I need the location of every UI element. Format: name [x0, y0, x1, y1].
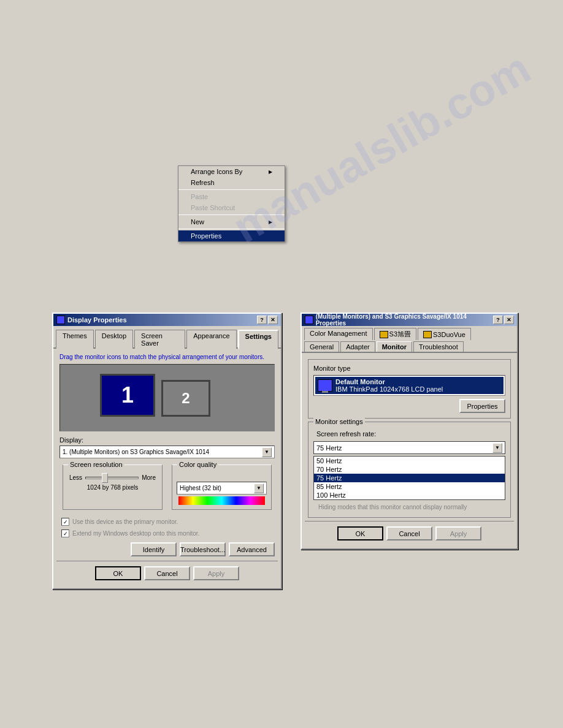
monitor-apply-button[interactable]: Apply	[435, 526, 481, 540]
display-props-tabs: Themes Desktop Screen Saver Appearance S…	[53, 326, 281, 349]
submenu-arrow-new-icon: ▶	[269, 219, 272, 225]
monitor-tabs-bottom-row: General Adapter Monitor Troubleshoot	[302, 340, 517, 352]
primary-monitor-label: Use this device as the primary monitor.	[72, 518, 178, 525]
monitor-titlebar-buttons: ? ✕	[493, 316, 514, 324]
hz-item-75[interactable]: 75 Hertz	[314, 474, 505, 482]
primary-monitor-checkbox[interactable]: ✓	[61, 518, 69, 526]
color-quality-dropdown[interactable]: Highest (32 bit) ▼	[177, 482, 267, 495]
monitor-props-content: Monitor type Default Monitor IBM ThinkPa…	[302, 353, 517, 548]
display-props-titlebar: Display Properties ? ✕	[53, 314, 281, 326]
display-dropdown[interactable]: 1. (Multiple Monitors) on S3 Graphics Sa…	[59, 446, 275, 458]
s3-icon	[380, 331, 388, 338]
tab-adapter[interactable]: Adapter	[340, 341, 375, 352]
hz-item-50[interactable]: 50 Hertz	[314, 457, 505, 465]
color-bar	[178, 496, 265, 505]
context-menu-properties[interactable]: Properties	[178, 230, 285, 241]
monitor-list: Default Monitor IBM ThinkPad 1024x768 LC…	[313, 375, 505, 396]
tab-desktop[interactable]: Desktop	[95, 330, 133, 349]
hz-listbox: 50 Hertz 70 Hertz 75 Hertz 85 Hertz 100 …	[313, 456, 505, 500]
titlebar-buttons: ? ✕	[257, 316, 278, 324]
tab-s3-heiji[interactable]: S3旭畳	[374, 328, 416, 340]
extend-desktop-checkbox[interactable]: ✓	[61, 529, 69, 537]
monitor-settings-group: Monitor settings Screen refresh rate: 75…	[308, 422, 511, 518]
monitor-props-title: (Multiple Monitors) and S3 Graphics Sava…	[316, 313, 493, 327]
monitor-properties-button[interactable]: Properties	[459, 399, 505, 413]
monitor-bottom-buttons: OK Cancel Apply	[305, 521, 514, 545]
context-menu-new[interactable]: New ▶	[178, 216, 285, 227]
display-props-title: Display Properties	[67, 316, 127, 324]
monitor-props-icon	[305, 316, 313, 324]
close-button[interactable]: ✕	[268, 316, 278, 324]
tab-color-management[interactable]: Color Management	[304, 328, 373, 340]
hz-item-85[interactable]: 85 Hertz	[314, 482, 505, 491]
troubleshoot-button[interactable]: Troubleshoot...	[180, 542, 226, 556]
context-menu-paste: Paste	[178, 191, 285, 202]
screen-resolution-group: Screen resolution Less More 1024 by 768 …	[63, 464, 163, 510]
monitor-ok-button[interactable]: OK	[337, 526, 383, 540]
extend-desktop-row: ✓ Extend my Windows desktop onto this mo…	[56, 528, 278, 539]
color-dropdown-arrow[interactable]: ▼	[254, 483, 264, 493]
properties-button-row: Properties	[313, 399, 505, 413]
monitor-type-icon	[318, 379, 332, 392]
display-props-icon	[56, 316, 65, 324]
monitor-default-label: Default Monitor	[335, 378, 443, 385]
cancel-button[interactable]: Cancel	[144, 566, 190, 580]
apply-button[interactable]: Apply	[193, 566, 239, 580]
monitor-list-item-1[interactable]: Default Monitor IBM ThinkPad 1024x768 LC…	[315, 377, 504, 394]
slider-thumb	[102, 473, 108, 483]
monitor-1-icon[interactable]: 1	[100, 374, 155, 417]
context-menu-arrange-icons[interactable]: Arrange Icons By ▶	[178, 166, 285, 177]
separator-2	[178, 214, 285, 215]
context-menu-paste-shortcut: Paste Shortcut	[178, 202, 285, 213]
advanced-button[interactable]: Advanced	[229, 542, 275, 556]
identify-button[interactable]: Identify	[131, 542, 177, 556]
hz-item-70[interactable]: 70 Hertz	[314, 465, 505, 474]
monitor-properties-dialog: (Multiple Monitors) and S3 Graphics Sava…	[301, 313, 518, 550]
tab-themes[interactable]: Themes	[56, 330, 94, 349]
color-quality-label: Color quality	[177, 461, 218, 468]
monitor-cancel-button[interactable]: Cancel	[386, 526, 432, 540]
display-properties-dialog: Display Properties ? ✕ Themes Desktop Sc…	[52, 313, 282, 590]
help-button[interactable]: ?	[257, 316, 267, 324]
ok-button[interactable]: OK	[95, 566, 141, 580]
display-dropdown-arrow[interactable]: ▼	[262, 447, 272, 457]
tab-appearance[interactable]: Appearance	[186, 330, 236, 349]
screen-refresh-label: Screen refresh rate:	[313, 428, 505, 438]
monitor-preview-area: 1 2	[59, 364, 275, 431]
more-label: More	[142, 474, 156, 481]
tab-monitor[interactable]: Monitor	[377, 341, 412, 352]
refresh-rate-value: 75 Hertz	[316, 444, 342, 452]
context-menu: Arrange Icons By ▶ Refresh Paste Paste S…	[178, 165, 285, 242]
submenu-arrow-icon: ▶	[269, 169, 272, 175]
extend-desktop-label: Extend my Windows desktop onto this moni…	[72, 530, 199, 537]
monitor-type-area: Monitor type Default Monitor IBM ThinkPa…	[308, 359, 511, 419]
action-buttons-row: Identify Troubleshoot... Advanced	[56, 539, 278, 559]
monitor-help-button[interactable]: ?	[493, 316, 503, 324]
resolution-slider-area: Less More	[66, 472, 159, 483]
color-quality-value: Highest (32 bit)	[180, 485, 221, 491]
display-props-content: Drag the monitor icons to match the phys…	[53, 349, 281, 588]
tab-troubleshoot[interactable]: Troubleshoot	[413, 341, 464, 352]
monitor-arrangement-description: Drag the monitor icons to match the phys…	[56, 352, 278, 361]
refresh-dropdown-arrow[interactable]: ▼	[492, 443, 502, 453]
tab-general[interactable]: General	[304, 341, 339, 352]
hz-item-100[interactable]: 100 Hertz	[314, 491, 505, 499]
refresh-rate-dropdown[interactable]: 75 Hertz ▼	[313, 441, 505, 454]
context-menu-refresh[interactable]: Refresh	[178, 177, 285, 188]
separator-1	[178, 189, 285, 190]
less-label: Less	[69, 474, 82, 481]
tab-settings[interactable]: Settings	[238, 330, 278, 349]
monitor-close-button[interactable]: ✕	[504, 316, 514, 324]
monitor-2-icon[interactable]: 2	[161, 380, 210, 417]
screen-resolution-label: Screen resolution	[68, 461, 124, 468]
resolution-color-area: Screen resolution Less More 1024 by 768 …	[59, 461, 275, 513]
resolution-slider[interactable]	[85, 477, 139, 479]
monitor-tabs-container: Color Management S3旭畳 S3DuoVue General A…	[302, 326, 517, 353]
tab-s3duovue[interactable]: S3DuoVue	[418, 328, 471, 340]
tab-screensaver[interactable]: Screen Saver	[134, 330, 185, 349]
resolution-text: 1024 by 768 pixels	[66, 483, 159, 492]
display-label: Display:	[56, 434, 278, 444]
monitor-tabs-top-row: Color Management S3旭畳 S3DuoVue	[302, 326, 517, 340]
bottom-buttons-row: OK Cancel Apply	[56, 561, 278, 585]
monitor-type-label: Monitor type	[313, 365, 505, 372]
